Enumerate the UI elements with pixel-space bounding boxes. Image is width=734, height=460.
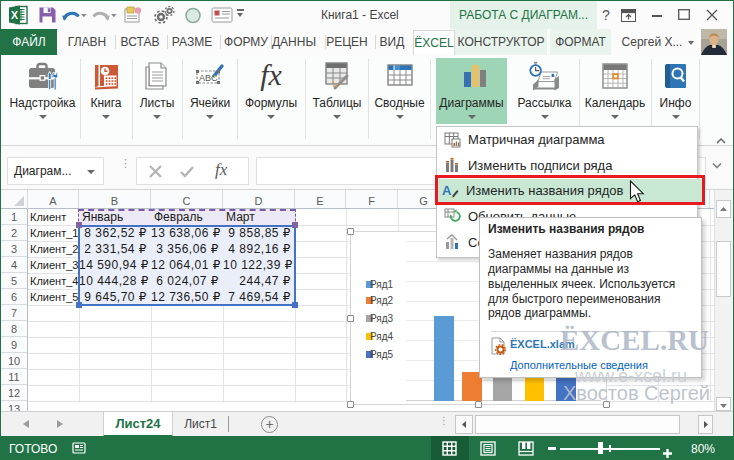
svg-text:X: X	[11, 9, 18, 21]
